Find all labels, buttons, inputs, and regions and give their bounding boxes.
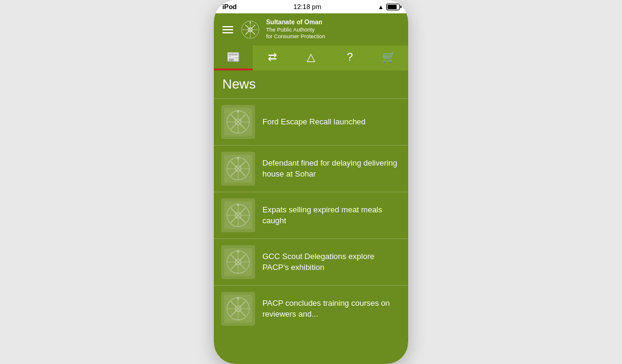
news-item-title: PACP concludes training courses on revie… bbox=[262, 298, 401, 320]
newspaper-icon: 📰 bbox=[227, 50, 240, 64]
device-name: iPod bbox=[222, 3, 237, 10]
hamburger-line bbox=[222, 32, 233, 33]
news-thumbnail bbox=[221, 292, 255, 326]
header-text: Sultanate of Oman The Public Authority f… bbox=[266, 18, 326, 41]
page-title-bar: News bbox=[214, 70, 408, 98]
news-item[interactable]: Ford Escape Recall launched bbox=[214, 98, 408, 145]
help-icon: ? bbox=[347, 51, 353, 64]
tab-news[interactable]: 📰 bbox=[214, 46, 253, 70]
news-item[interactable]: PACP concludes training courses on revie… bbox=[214, 285, 408, 332]
news-thumbnail bbox=[221, 105, 255, 139]
news-thumbnail bbox=[221, 198, 255, 232]
phone-frame: iPod 12:18 pm ▲ bbox=[214, 0, 408, 364]
status-icons: ▲ bbox=[378, 4, 400, 10]
nav-tabs: 📰 ⇄ △ ? 🛒 bbox=[214, 46, 408, 70]
news-item-title: GCC Scout Delegations explore PACP's exh… bbox=[262, 251, 401, 273]
hamburger-line bbox=[222, 29, 233, 30]
news-item[interactable]: GCC Scout Delegations explore PACP's exh… bbox=[214, 238, 408, 285]
tab-help[interactable]: ? bbox=[330, 46, 369, 70]
org-line1: Sultanate of Oman bbox=[266, 18, 326, 27]
warning-icon: △ bbox=[307, 50, 315, 64]
news-thumbnail bbox=[221, 152, 255, 186]
news-item[interactable]: Defendant fined for delaying delivering … bbox=[214, 145, 408, 192]
page-title: News bbox=[222, 76, 400, 92]
battery-icon bbox=[386, 4, 400, 10]
app-content: Sultanate of Oman The Public Authority f… bbox=[214, 13, 408, 364]
status-bar: iPod 12:18 pm ▲ bbox=[214, 0, 408, 13]
tab-alert[interactable]: △ bbox=[292, 46, 330, 70]
clock: 12:18 pm bbox=[293, 3, 321, 10]
wifi-icon: ▲ bbox=[378, 4, 384, 10]
news-item-title: Expats selling expired meat meals caught bbox=[262, 204, 401, 226]
tab-info[interactable]: ⇄ bbox=[253, 46, 292, 70]
oman-emblem-icon bbox=[241, 20, 260, 39]
org-line2: The Public Authority bbox=[266, 27, 326, 34]
news-item-title: Ford Escape Recall launched bbox=[262, 116, 401, 127]
tab-cart[interactable]: 🛒 bbox=[369, 46, 408, 70]
org-line3: for Consumer Protection bbox=[266, 33, 326, 41]
app-header: Sultanate of Oman The Public Authority f… bbox=[214, 13, 408, 46]
news-item[interactable]: Expats selling expired meat meals caught bbox=[214, 192, 408, 238]
news-item-title: Defendant fined for delaying delivering … bbox=[262, 158, 401, 180]
swap-icon: ⇄ bbox=[268, 50, 277, 64]
hamburger-line bbox=[222, 26, 233, 27]
news-thumbnail bbox=[221, 245, 255, 279]
menu-button[interactable] bbox=[221, 25, 234, 35]
cart-icon: 🛒 bbox=[382, 50, 395, 64]
news-list: Ford Escape Recall launched Defendant fi… bbox=[214, 98, 408, 364]
